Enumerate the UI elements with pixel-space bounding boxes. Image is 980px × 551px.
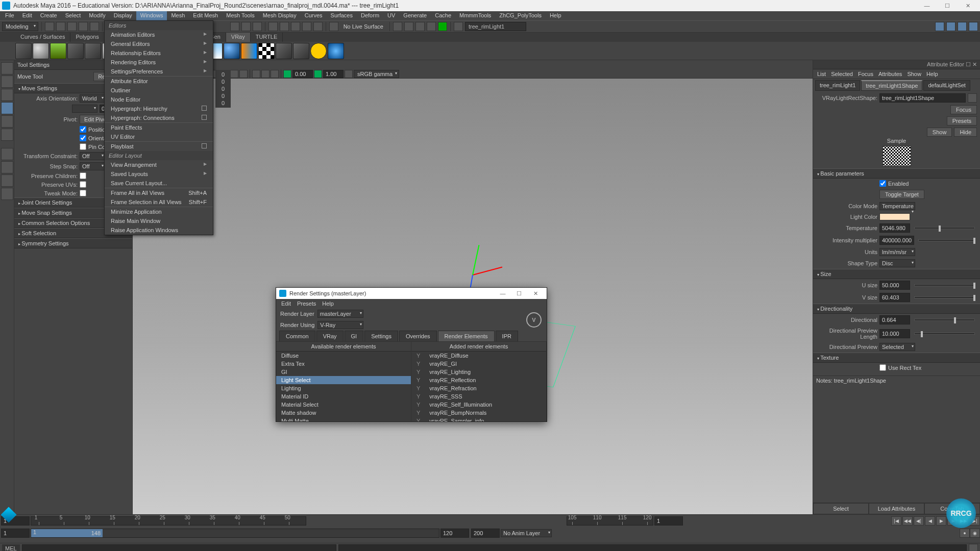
autokey-icon[interactable]: ◉ (970, 529, 980, 538)
shape-type-dropdown[interactable]: Disc (879, 259, 915, 267)
play-icon[interactable]: ▶ (936, 516, 946, 525)
lasso-tool-icon[interactable] (1, 76, 13, 88)
section-symmetry-settings[interactable]: Symmetry Settings (14, 238, 132, 248)
menu-cache[interactable]: Cache (431, 11, 455, 20)
ae-menu-list[interactable]: List (817, 71, 826, 77)
position-checkbox[interactable] (80, 126, 86, 133)
shape-name-field[interactable]: tree_rimLight1Shape (879, 93, 966, 103)
menu-item-saved-layouts[interactable]: Saved Layouts▶ (105, 169, 213, 179)
dpl-slider[interactable] (914, 333, 975, 335)
rs-tab-render-elements[interactable]: Render Elements (438, 331, 495, 341)
menu-uv[interactable]: UV (383, 11, 399, 20)
menu-modify[interactable]: Modify (85, 11, 109, 20)
vray-material-icon[interactable] (224, 43, 240, 59)
preserve-children-checkbox[interactable] (80, 172, 86, 179)
script-editor-icon[interactable] (969, 544, 978, 552)
added-element[interactable]: YvrayRE_Lighting (411, 368, 546, 376)
vp-icon[interactable] (271, 70, 279, 78)
time-track[interactable]: 15101520253035404550 (31, 516, 306, 525)
menu-item-uv-editor[interactable]: UV Editor (105, 132, 213, 141)
vray-grass-icon[interactable] (50, 43, 66, 59)
render-icon[interactable] (404, 22, 413, 31)
close-icon[interactable]: ☐ ✕ (966, 61, 977, 67)
ae-menu-help[interactable]: Help (926, 71, 938, 77)
vp-icon[interactable] (345, 70, 353, 78)
panel-layout-icon[interactable] (454, 22, 463, 31)
snap-icon[interactable] (241, 22, 251, 31)
rotate-tool-icon[interactable] (1, 115, 13, 128)
pin-checkbox[interactable] (80, 143, 86, 150)
frame-selection-menu-item[interactable]: Frame Selection in All ViewsShift+F (105, 197, 213, 207)
scale-tool-icon[interactable] (1, 129, 13, 141)
playblast-menu-item[interactable]: Playblast (105, 142, 213, 151)
vp-icon[interactable] (252, 70, 260, 78)
render-icon[interactable] (438, 22, 447, 31)
render-icon[interactable] (393, 22, 402, 31)
available-element[interactable]: Material ID (276, 392, 411, 400)
frame-all-menu-item[interactable]: Frame All in All ViewsShift+A (105, 188, 213, 197)
snap-icon[interactable] (230, 22, 239, 31)
enabled-checkbox[interactable] (879, 180, 886, 187)
undo-icon[interactable] (79, 22, 88, 31)
layout-icon[interactable] (1, 174, 13, 187)
added-element[interactable]: YvrayRE_Sampler_info (411, 417, 546, 421)
vray-render-icon[interactable] (276, 43, 292, 59)
rs-tab-ipr[interactable]: IPR (496, 331, 518, 341)
close-button[interactable]: ✕ (958, 1, 978, 11)
magnet-icon[interactable] (268, 22, 278, 31)
step-back-icon[interactable]: ◀◀ (902, 516, 913, 525)
dpl-field[interactable]: 10.000 (879, 329, 910, 338)
use-rect-tex-checkbox[interactable] (879, 364, 886, 371)
menu-item-node-editor[interactable]: Node Editor (105, 95, 213, 104)
dp-dropdown[interactable]: Selected (879, 343, 915, 351)
basic-parameters-section[interactable]: Basic parameters (813, 168, 980, 179)
open-scene-icon[interactable] (56, 22, 65, 31)
snap-icon[interactable] (253, 22, 262, 31)
ae-menu-attributes[interactable]: Attributes (878, 71, 902, 77)
presets-button[interactable]: Presets (947, 116, 977, 126)
menu-item-outliner[interactable]: Outliner (105, 86, 213, 95)
available-element[interactable]: Extra Tex (276, 360, 411, 368)
vp-icon[interactable] (230, 70, 238, 78)
menu-mesh-display[interactable]: Mesh Display (259, 11, 301, 20)
workspace-dropdown[interactable]: Modeling (2, 22, 38, 31)
available-element[interactable]: Matte shadow (276, 409, 411, 417)
render-using-dropdown[interactable]: V-Ray (317, 321, 363, 329)
menu-display[interactable]: Display (110, 11, 136, 20)
mel-label[interactable]: MEL (2, 544, 20, 552)
anim-end-field[interactable] (471, 529, 500, 538)
added-element[interactable]: YvrayRE_Refraction (411, 384, 546, 392)
select-button[interactable]: Select (813, 503, 869, 514)
menu-generate[interactable]: Generate (399, 11, 431, 20)
menu-edit-mesh[interactable]: Edit Mesh (189, 11, 222, 20)
vray-dome-icon[interactable] (33, 43, 49, 59)
added-element[interactable]: YvrayRE_Reflection (411, 376, 546, 384)
show-button[interactable]: Show (927, 128, 952, 137)
available-element[interactable]: Lighting (276, 384, 411, 392)
paint-select-icon[interactable] (1, 89, 13, 101)
layout-icon[interactable] (946, 22, 955, 31)
menu-edit[interactable]: Edit (18, 11, 36, 20)
rs-tab-settings[interactable]: Settings (364, 331, 398, 341)
vp-gate-icon[interactable] (283, 70, 291, 78)
move-tool-icon[interactable] (1, 102, 13, 114)
rs-menu-help[interactable]: Help (322, 300, 334, 307)
redo-icon[interactable] (90, 22, 99, 31)
layout-icon[interactable] (1, 161, 13, 173)
magnet-icon[interactable] (280, 22, 289, 31)
menu-zhcg-polytools[interactable]: ZhCG_PolyTools (495, 11, 546, 20)
vray-shelf-icon[interactable] (85, 43, 101, 59)
added-element[interactable]: YvrayRE_SSS (411, 392, 546, 400)
vray-shelf-icon[interactable] (15, 43, 32, 59)
menu-help[interactable]: Help (546, 11, 566, 20)
menu-item-general-editors[interactable]: General Editors▶ (105, 39, 213, 48)
menu-select[interactable]: Select (61, 11, 85, 20)
go-start-icon[interactable]: |◀ (891, 516, 901, 525)
orientation-checkbox[interactable] (80, 135, 86, 141)
render-icon[interactable] (427, 22, 436, 31)
menu-item-relationship-editors[interactable]: Relationship Editors▶ (105, 48, 213, 58)
menu-item-raise-main-window[interactable]: Raise Main Window (105, 216, 213, 226)
vp-gamma-icon[interactable] (314, 70, 322, 78)
live-surface-icon[interactable] (329, 22, 338, 31)
rs-menu-edit[interactable]: Edit (281, 300, 291, 307)
